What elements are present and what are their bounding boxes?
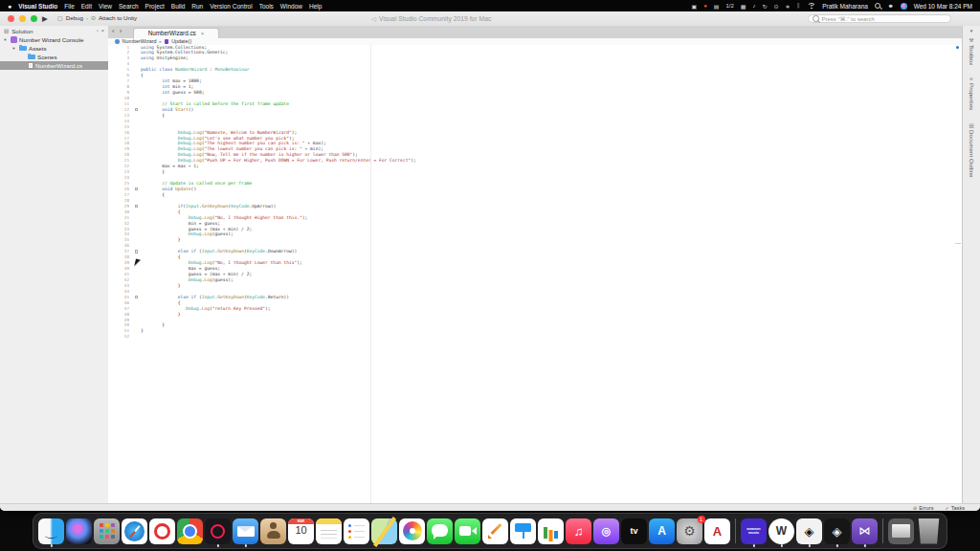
solution-pad-title: Solution bbox=[11, 28, 33, 34]
dock-keynote-icon[interactable] bbox=[510, 518, 536, 544]
dock-photos-icon[interactable] bbox=[399, 518, 425, 544]
method-icon bbox=[165, 39, 169, 44]
menu-project[interactable]: Project bbox=[145, 3, 165, 10]
dock-music-icon[interactable]: ♫ bbox=[566, 518, 591, 544]
menu-file[interactable]: File bbox=[64, 3, 74, 10]
menu-version-control[interactable]: Version Control bbox=[210, 3, 252, 10]
code-editor[interactable]: 1using System.Collections;2using System.… bbox=[108, 45, 962, 505]
color-app-icon[interactable]: ● bbox=[703, 3, 707, 9]
dock-contacts-icon[interactable] bbox=[260, 518, 286, 544]
dock-unity-icon[interactable]: ◈ bbox=[796, 518, 822, 544]
dock-podcasts-icon[interactable]: ◎ bbox=[593, 518, 619, 544]
dock-safari-icon[interactable] bbox=[122, 518, 147, 544]
search-input[interactable]: Press "⌘." to search bbox=[808, 14, 951, 24]
breadcrumb-item-update[interactable]: Update() bbox=[171, 38, 191, 44]
running-indicator bbox=[244, 544, 246, 546]
close-tab-icon[interactable]: × bbox=[201, 31, 205, 36]
dock-w-app-icon[interactable]: W bbox=[768, 518, 794, 544]
sync-icon[interactable]: ↻ bbox=[762, 3, 767, 10]
search-icon[interactable] bbox=[875, 3, 881, 10]
dock-numbers-icon[interactable] bbox=[538, 518, 564, 544]
wifi-icon[interactable] bbox=[807, 3, 815, 10]
bluetooth-icon[interactable]: ᛒ bbox=[797, 3, 801, 9]
dock-system-preferences-icon[interactable]: ⚙1 bbox=[677, 518, 702, 544]
nav-back-forward-icons[interactable]: ‹› bbox=[112, 27, 126, 35]
breadcrumb-separator-icon: ▸ bbox=[159, 39, 161, 44]
code-text: int guess = 500; bbox=[141, 90, 204, 96]
dock-panel-icon[interactable]: ▫ bbox=[97, 28, 99, 33]
tasks-button[interactable]: ✓Tasks bbox=[945, 505, 965, 511]
breadcrumb-item-numberwizard[interactable]: NumberWizard bbox=[122, 38, 157, 44]
display-icon[interactable]: ▤ bbox=[714, 3, 720, 10]
errors-button[interactable]: ⊘Errors bbox=[913, 505, 933, 511]
dock-visual-studio-icon[interactable]: ⋈ bbox=[852, 518, 878, 544]
panel-tab-label: Toolbox bbox=[969, 45, 975, 65]
tree-item-number-wizard-console[interactable]: ▾Number Wizard Console bbox=[0, 35, 108, 44]
dock-mail-icon[interactable] bbox=[233, 518, 258, 544]
tab-numberwizard[interactable]: NumberWizard.cs × bbox=[133, 28, 219, 39]
close-panel-icon[interactable]: × bbox=[101, 28, 104, 33]
menu-build[interactable]: Build bbox=[171, 3, 185, 10]
zoom-button[interactable] bbox=[31, 15, 37, 22]
menu-tools[interactable]: Tools bbox=[259, 3, 274, 10]
user-switch-icon[interactable]: ☻ bbox=[887, 3, 893, 9]
attach-to-unity-label[interactable]: Attach to Unity bbox=[99, 14, 137, 21]
dock-facetime-icon[interactable] bbox=[455, 518, 480, 544]
minimize-button[interactable] bbox=[19, 15, 26, 22]
panel-tab-document-outline[interactable]: ▤Document Outline bbox=[969, 122, 975, 178]
dock-autocad-icon[interactable]: A bbox=[704, 518, 730, 544]
volume-icon[interactable]: ♪ bbox=[752, 3, 755, 9]
disclosure-icon[interactable]: ▾ bbox=[3, 37, 8, 42]
printer-icon[interactable]: ▦ bbox=[741, 3, 746, 10]
close-button[interactable] bbox=[8, 15, 14, 22]
dock-apple-tv-icon[interactable]: tv bbox=[621, 518, 647, 544]
dock-amazon-music-icon[interactable]: amazon music bbox=[741, 518, 767, 544]
folder-icon bbox=[19, 46, 27, 51]
apple-icon[interactable]: ● bbox=[8, 3, 11, 10]
tree-item-scenes[interactable]: Scenes bbox=[0, 53, 108, 61]
panel-tab-properties[interactable]: ≡Properties bbox=[969, 77, 975, 109]
tab-overflow-icon[interactable]: ▾ bbox=[970, 28, 973, 33]
siri-icon[interactable] bbox=[901, 3, 907, 10]
dock-launchpad-icon[interactable] bbox=[94, 518, 120, 544]
tree-item-numberwizard-cs[interactable]: #NumberWizard.cs bbox=[0, 61, 108, 70]
disclosure-icon[interactable]: ▾ bbox=[11, 46, 16, 51]
menu-edit[interactable]: Edit bbox=[81, 3, 92, 10]
record-icon[interactable]: ⊙ bbox=[774, 3, 779, 10]
dock-chrome-icon[interactable] bbox=[177, 518, 203, 544]
dock-downloads-icon[interactable] bbox=[888, 518, 914, 544]
tree-item-assets[interactable]: ▾Assets bbox=[0, 44, 108, 53]
shield-icon[interactable]: ▣ bbox=[691, 3, 697, 10]
dock-opera-gx-icon[interactable] bbox=[205, 518, 231, 544]
menubar: ● Visual Studio FileEditViewSearchProjec… bbox=[0, 0, 980, 11]
menu-window[interactable]: Window bbox=[280, 3, 302, 10]
input-source-icon[interactable]: 1/2 bbox=[725, 3, 733, 9]
code-text: } bbox=[141, 328, 144, 334]
menu-app-name[interactable]: Visual Studio bbox=[18, 3, 57, 10]
dock-opera-icon[interactable] bbox=[149, 518, 175, 544]
trailing-icons: ☻ bbox=[875, 3, 907, 10]
dock-finder-icon[interactable] bbox=[38, 518, 64, 544]
menu-clock[interactable]: Wed 10 Mar 8:24 PM bbox=[914, 3, 972, 10]
dock-reminders-icon[interactable] bbox=[344, 518, 369, 544]
solution-icon: ▤ bbox=[4, 28, 9, 33]
dock-calendar-icon[interactable]: MAR10 bbox=[288, 518, 314, 544]
menu-view[interactable]: View bbox=[99, 3, 112, 10]
asterisk-icon[interactable]: ∗ bbox=[786, 3, 791, 10]
run-config-label[interactable]: Debug bbox=[66, 14, 83, 21]
menu-help[interactable]: Help bbox=[309, 3, 322, 10]
dock-siri-icon[interactable] bbox=[66, 518, 92, 544]
run-button[interactable]: ▶ bbox=[42, 14, 48, 23]
dock-app-store-icon[interactable]: A bbox=[649, 518, 675, 544]
menu-search[interactable]: Search bbox=[119, 3, 139, 10]
user-name[interactable]: Pratik Maharana bbox=[822, 3, 868, 10]
dock-messages-icon[interactable] bbox=[427, 518, 453, 544]
panel-tab-toolbox[interactable]: ⚒Toolbox bbox=[969, 37, 975, 65]
dock-pages-icon[interactable] bbox=[482, 518, 508, 544]
tasks-icon: ✓ bbox=[945, 505, 948, 511]
dock-unity-hub-icon[interactable]: ◈ bbox=[824, 518, 850, 544]
menu-run[interactable]: Run bbox=[191, 3, 203, 10]
dock-maps-icon[interactable] bbox=[371, 518, 397, 544]
dock-trash-icon[interactable] bbox=[916, 518, 942, 544]
dock-notes-icon[interactable] bbox=[316, 518, 342, 544]
